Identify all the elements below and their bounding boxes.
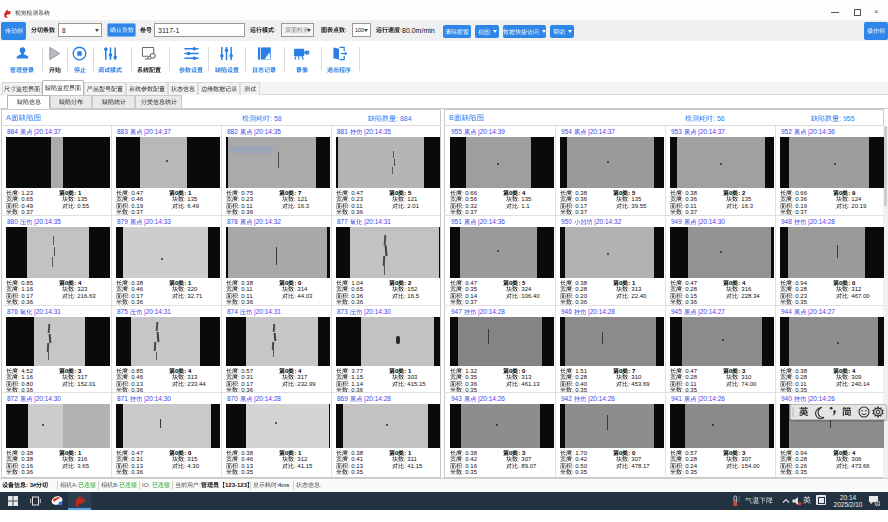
svg-text:6: 6 xyxy=(877,502,879,506)
